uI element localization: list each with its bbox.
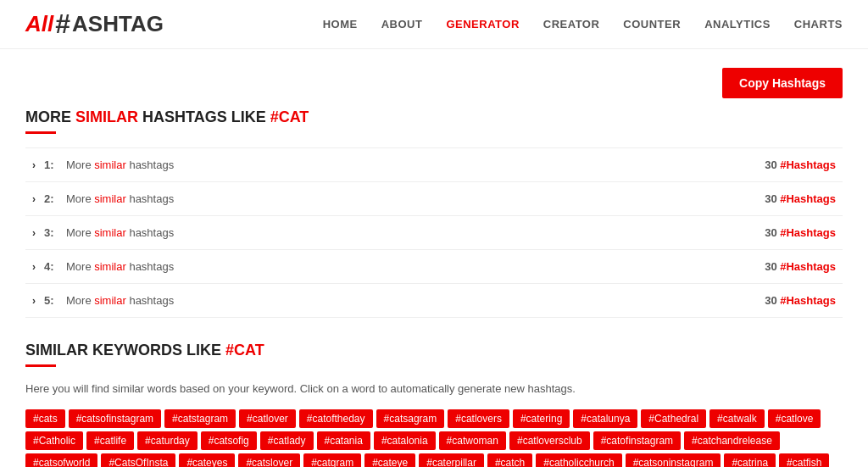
keyword-tag[interactable]: #catlife	[86, 431, 134, 450]
keyword-tag[interactable]: #catch	[487, 453, 532, 468]
keyword-tag[interactable]: #caturday	[137, 431, 198, 450]
chevron-icon-2: ›	[32, 193, 36, 205]
row-label-5: More similar hashtags	[66, 294, 765, 307]
nav-creator[interactable]: CREATOR	[543, 18, 600, 31]
keyword-tag[interactable]: #catchandrelease	[684, 431, 780, 450]
similar-hashtags-title: MORE SIMILAR HASHTAGS LIKE #CAT	[25, 108, 843, 126]
nav-home[interactable]: HOME	[323, 18, 358, 31]
keyword-tag[interactable]: #catalunya	[573, 409, 637, 428]
nav-generator[interactable]: GENERATOR	[446, 18, 519, 31]
row-label-1: More similar hashtags	[66, 158, 765, 171]
nav-about[interactable]: ABOUT	[381, 18, 423, 31]
main-nav: HOME ABOUT GENERATOR CREATOR COUNTER ANA…	[323, 18, 843, 31]
keyword-tag[interactable]: #catwalk	[709, 409, 765, 428]
keyword-tag[interactable]: #cateyes	[179, 453, 235, 468]
keyword-tag[interactable]: #Catholic	[25, 431, 83, 450]
tags-container: #cats#catsofinstagram#catstagram#catlove…	[25, 409, 843, 468]
keyword-tag[interactable]: #Cathedral	[641, 409, 706, 428]
keyword-tag[interactable]: #catoftheday	[299, 409, 373, 428]
nav-counter[interactable]: COUNTER	[623, 18, 681, 31]
nav-charts[interactable]: CHARTS	[794, 18, 843, 31]
keyword-tag[interactable]: #catering	[513, 409, 570, 428]
row-number-3: 3:	[44, 226, 61, 239]
keyword-tag[interactable]: #catholicchurch	[536, 453, 621, 468]
keywords-description: Here you will find similar words based o…	[25, 381, 843, 398]
row-number-2: 2:	[44, 192, 61, 205]
copy-btn-row: Copy Hashtags	[25, 58, 843, 108]
title-prefix: MORE	[25, 108, 75, 125]
logo-ashtag: ASHTAG	[72, 11, 164, 37]
hashtag-row-4[interactable]: › 4: More similar hashtags 30 #Hashtags	[25, 250, 843, 284]
row-number-5: 5:	[44, 294, 61, 307]
hashtag-row-2[interactable]: › 2: More similar hashtags 30 #Hashtags	[25, 182, 843, 216]
keyword-tag[interactable]: #catrina	[724, 453, 776, 468]
hashtag-row-3[interactable]: › 3: More similar hashtags 30 #Hashtags	[25, 216, 843, 250]
chevron-icon-3: ›	[32, 227, 36, 239]
keywords-title-keyword: #CAT	[225, 342, 264, 359]
keyword-tag[interactable]: #catalonia	[374, 431, 436, 450]
keyword-tag[interactable]: #catlady	[260, 431, 314, 450]
row-count-4: 30 #Hashtags	[765, 260, 836, 273]
copy-hashtags-button[interactable]: Copy Hashtags	[722, 68, 843, 98]
row-count-1: 30 #Hashtags	[765, 158, 836, 171]
site-logo: All # ASHTAG	[25, 8, 164, 40]
logo-hash: #	[55, 8, 70, 40]
keyword-tag[interactable]: #catsoninstagram	[626, 453, 721, 468]
title-suffix: HASHTAGS LIKE	[138, 108, 270, 125]
keywords-underline	[25, 364, 56, 367]
logo-all: All	[25, 11, 53, 37]
main-content: Copy Hashtags MORE SIMILAR HASHTAGS LIKE…	[0, 49, 868, 467]
keyword-tag[interactable]: #catania	[317, 431, 370, 450]
keyword-tag[interactable]: #catslover	[238, 453, 300, 468]
keywords-title: SIMILAR KEYWORDS LIKE #CAT	[25, 342, 843, 359]
keyword-tag[interactable]: #catlovers	[448, 409, 509, 428]
title-keyword: #CAT	[270, 108, 309, 125]
keywords-section: SIMILAR KEYWORDS LIKE #CAT Here you will…	[25, 342, 843, 467]
chevron-icon-5: ›	[32, 295, 36, 307]
keyword-tag[interactable]: #catloversclub	[509, 431, 590, 450]
row-count-3: 30 #Hashtags	[765, 226, 836, 239]
hashtag-row-5[interactable]: › 5: More similar hashtags 30 #Hashtags	[25, 284, 843, 318]
row-count-5: 30 #Hashtags	[765, 294, 836, 307]
keyword-tag[interactable]: #catfish	[779, 453, 829, 468]
keyword-tag[interactable]: #catofinstagram	[593, 431, 681, 450]
keyword-tag[interactable]: #catlover	[239, 409, 296, 428]
keyword-tag[interactable]: #cats	[25, 409, 65, 428]
chevron-icon-4: ›	[32, 261, 36, 273]
row-number-4: 4:	[44, 260, 61, 273]
keyword-tag[interactable]: #CatsOfInsta	[101, 453, 175, 468]
hashtag-rows-container: › 1: More similar hashtags 30 #Hashtags …	[25, 147, 843, 318]
hashtag-row-1[interactable]: › 1: More similar hashtags 30 #Hashtags	[25, 148, 843, 182]
keyword-tag[interactable]: #catgram	[303, 453, 361, 468]
keywords-title-prefix: SIMILAR KEYWORDS LIKE	[25, 342, 225, 359]
row-number-1: 1:	[44, 158, 61, 171]
row-label-2: More similar hashtags	[66, 192, 765, 205]
keyword-tag[interactable]: #catsofig	[201, 431, 257, 450]
keyword-tag[interactable]: #catsagram	[376, 409, 445, 428]
keyword-tag[interactable]: #catlove	[768, 409, 821, 428]
keyword-tag[interactable]: #caterpillar	[419, 453, 484, 468]
site-header: All # ASHTAG HOME ABOUT GENERATOR CREATO…	[0, 0, 868, 49]
row-label-3: More similar hashtags	[66, 226, 765, 239]
similar-hashtags-section: MORE SIMILAR HASHTAGS LIKE #CAT › 1: Mor…	[25, 108, 843, 318]
title-highlight: SIMILAR	[75, 108, 138, 125]
keyword-tag[interactable]: #catwoman	[439, 431, 506, 450]
keyword-tag[interactable]: #catsofworld	[25, 453, 97, 468]
row-count-2: 30 #Hashtags	[765, 192, 836, 205]
row-label-4: More similar hashtags	[66, 260, 765, 273]
section-underline	[25, 131, 56, 134]
keyword-tag[interactable]: #catstagram	[164, 409, 236, 428]
chevron-icon-1: ›	[32, 159, 36, 171]
keyword-tag[interactable]: #catsofinstagram	[69, 409, 161, 428]
nav-analytics[interactable]: ANALYTICS	[704, 18, 771, 31]
keyword-tag[interactable]: #cateye	[364, 453, 415, 468]
